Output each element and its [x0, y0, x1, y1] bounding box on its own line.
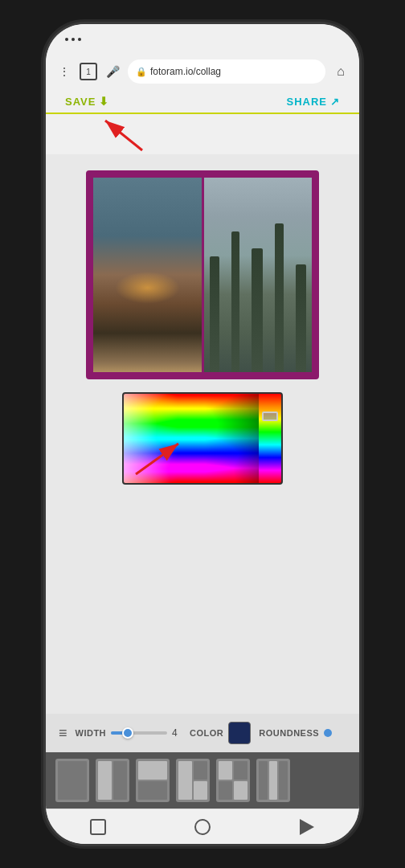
color-label: COLOR [190, 728, 223, 738]
lt-col-x [259, 761, 268, 800]
color-gradient-area[interactable] [124, 394, 259, 483]
hue-slider[interactable] [259, 394, 281, 483]
tree-2 [231, 231, 239, 372]
lt-cell-4 [234, 781, 248, 800]
color-picker-popup[interactable] [122, 392, 283, 485]
download-icon: ⬇ [99, 95, 109, 108]
collage-frame[interactable] [86, 170, 319, 379]
arrow-annotation [46, 114, 359, 154]
menu-dots-icon[interactable]: ⋮ [55, 63, 73, 80]
phone-shell: ⋮ 1 🎤 🔒 fotoram.io/collag ⌂ SAVE ⬇ SHARE… [46, 24, 359, 844]
roundness-indicator[interactable] [324, 729, 332, 737]
width-setting: WIDTH 4 [76, 727, 182, 739]
tree-4 [275, 223, 284, 372]
tree-3 [252, 248, 263, 372]
tab-count-icon[interactable]: 1 [80, 63, 97, 80]
save-label: SAVE [65, 96, 96, 108]
lt-cell-1 [219, 761, 232, 780]
lt-col-1 [98, 761, 112, 800]
lt-col-z [279, 761, 288, 800]
layout-thumb-2col [96, 759, 129, 802]
red-arrow-save [94, 114, 158, 154]
layout-thumb-21 [176, 759, 210, 802]
status-dot-2 [72, 38, 75, 41]
status-bar [46, 24, 359, 55]
share-button[interactable]: SHARE ↗ [286, 96, 340, 108]
url-bar[interactable]: 🔒 fotoram.io/collag [128, 59, 325, 84]
lock-icon: 🔒 [136, 67, 147, 77]
width-slider[interactable] [111, 731, 167, 735]
lt-col-a [178, 761, 192, 800]
layout-item-21[interactable] [176, 759, 210, 802]
layout-thumb-2row [136, 759, 170, 802]
share-icon: ↗ [330, 96, 340, 108]
settings-bar: ≡ WIDTH 4 COLOR ROUNDNESS [46, 714, 359, 752]
color-setting: COLOR [190, 722, 251, 744]
lt-cell-2 [234, 761, 248, 780]
circle-icon [194, 819, 211, 835]
lt-col-y [269, 761, 278, 800]
forest-trees [204, 207, 313, 372]
app-toolbar: SAVE ⬇ SHARE ↗ [46, 88, 359, 114]
svg-line-1 [105, 121, 142, 150]
tower-lights [115, 272, 180, 304]
layout-item-2col[interactable] [96, 759, 129, 802]
forest-bg [204, 178, 313, 372]
phone-screen: ⋮ 1 🎤 🔒 fotoram.io/collag ⌂ SAVE ⬇ SHARE… [46, 24, 359, 844]
save-button[interactable]: SAVE ⬇ [65, 95, 109, 108]
layout-item-grid[interactable] [216, 759, 250, 802]
lt-cell-3 [219, 781, 232, 800]
lt-row [58, 761, 87, 800]
status-dot-1 [65, 38, 68, 41]
triangle-icon [300, 819, 314, 835]
square-icon [90, 819, 106, 835]
layout-thumb-single [55, 759, 89, 802]
layout-thumb-grid [216, 759, 250, 802]
circle-nav-button[interactable] [190, 814, 215, 840]
roundness-label: ROUNDNESS [259, 728, 319, 738]
lt-col-b [194, 761, 207, 780]
layout-strip [46, 752, 359, 809]
status-dot-3 [78, 38, 81, 41]
layout-thumb-3col [256, 759, 290, 802]
tree-1 [210, 256, 219, 372]
main-content [46, 154, 359, 714]
home-icon[interactable]: ⌂ [332, 63, 350, 80]
url-text: fotoram.io/collag [150, 66, 221, 77]
forest-image[interactable] [204, 178, 313, 372]
microphone-icon[interactable]: 🎤 [104, 63, 121, 80]
layout-item-3col[interactable] [256, 759, 290, 802]
width-label: WIDTH [76, 728, 107, 738]
lt-col-2 [113, 761, 127, 800]
back-nav-button[interactable] [294, 814, 320, 840]
width-slider-thumb[interactable] [122, 727, 133, 739]
layout-item-2row[interactable] [136, 759, 170, 802]
roundness-setting: ROUNDNESS [259, 728, 332, 738]
hue-cursor[interactable] [262, 411, 278, 421]
eiffel-tower-image[interactable] [93, 178, 202, 372]
hamburger-icon[interactable]: ≡ [59, 725, 68, 742]
nav-bar [46, 809, 359, 844]
eiffel-bg [93, 178, 202, 372]
tree-5 [296, 264, 306, 372]
share-label: SHARE [286, 96, 327, 108]
lt-col-c [194, 781, 207, 800]
browser-bar: ⋮ 1 🎤 🔒 fotoram.io/collag ⌂ [46, 55, 359, 88]
color-swatch[interactable] [228, 722, 251, 744]
layout-item-single[interactable] [55, 759, 89, 802]
lt-row-2 [138, 781, 167, 800]
square-nav-button[interactable] [85, 814, 111, 840]
lt-row-1 [138, 761, 167, 780]
status-bar-left [65, 38, 81, 41]
width-value: 4 [172, 727, 182, 739]
